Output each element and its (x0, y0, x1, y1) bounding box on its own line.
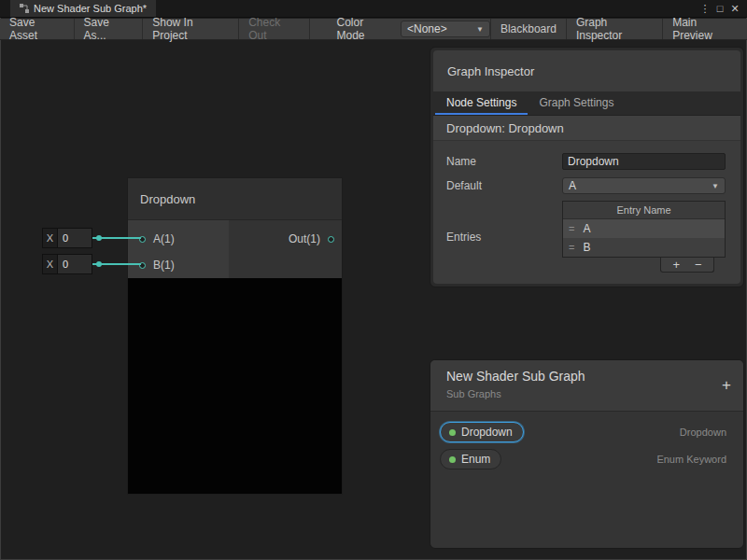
tab-node-settings[interactable]: Node Settings (435, 91, 528, 115)
show-in-project-button[interactable]: Show In Project (143, 19, 239, 39)
node-settings-header: Dropdown: Dropdown (433, 116, 740, 141)
close-icon[interactable]: ✕ (727, 3, 742, 15)
port-value-input-a[interactable] (57, 229, 92, 247)
entries-list: Entry Name = A = B (562, 201, 726, 258)
color-mode-label: Color Mode (334, 19, 400, 39)
entry-name: B (583, 241, 590, 254)
add-property-button[interactable]: + (722, 376, 731, 395)
inspector-tabs: Node Settings Graph Settings (433, 91, 740, 116)
port-value-node-b: X (42, 254, 92, 274)
toolbar-right-group: Blackboard Graph Inspector Main Preview (490, 19, 747, 39)
maximize-icon[interactable]: □ (712, 3, 727, 14)
node-settings-content: Dropdown: Dropdown Name Default A ▼ Entr… (433, 116, 740, 284)
property-pill-enum[interactable]: Enum (440, 449, 501, 469)
port-circle-icon[interactable] (328, 236, 334, 243)
output-port-out[interactable]: Out(1) (229, 226, 342, 252)
add-entry-button[interactable]: + (672, 259, 680, 272)
blackboard-body: Dropdown Dropdown Enum Enum Keyword (430, 412, 743, 486)
name-field[interactable] (562, 153, 726, 170)
node-preview (128, 278, 342, 494)
property-dot-icon (449, 429, 456, 436)
default-label: Default (446, 179, 562, 192)
remove-entry-button[interactable]: − (695, 259, 702, 272)
name-label: Name (446, 155, 562, 168)
node-ports: A(1) B(1) Out(1) (128, 220, 342, 278)
port-value-node-a: X (42, 228, 92, 248)
axis-label: X (43, 255, 57, 273)
default-value: A (569, 179, 576, 192)
property-label: Dropdown (461, 426, 513, 439)
chevron-down-icon: ▼ (476, 25, 484, 34)
entries-list-wrap: Entry Name = A = B + − (562, 201, 726, 273)
blackboard-row: Enum Enum Keyword (440, 449, 734, 469)
default-select[interactable]: A ▼ (562, 177, 726, 194)
window-menu-icon[interactable]: ⋮ (698, 3, 712, 15)
property-dot-icon (449, 456, 456, 463)
property-type: Enum Keyword (656, 454, 734, 465)
blackboard-header[interactable]: New Shader Sub Graph Sub Graphs + (430, 360, 743, 412)
node-title: Dropdown (140, 192, 195, 206)
axis-label: X (43, 229, 57, 247)
window-controls: ⋮ □ ✕ (698, 0, 747, 17)
node-output-ports: Out(1) (229, 220, 342, 278)
check-out-button: Check Out (239, 19, 310, 39)
entry-name: A (583, 222, 590, 235)
tab-title: New Shader Sub Graph* (34, 3, 147, 14)
entries-list-footer: + − (562, 258, 714, 273)
entry-row-a[interactable]: = A (563, 219, 725, 238)
shader-graph-icon (20, 4, 29, 13)
blackboard-toggle-button[interactable]: Blackboard (490, 19, 566, 39)
drag-handle-icon[interactable]: = (569, 242, 574, 253)
graph-inspector-toggle-button[interactable]: Graph Inspector (566, 19, 662, 39)
entries-label: Entries (446, 231, 562, 244)
property-type: Dropdown (680, 427, 734, 438)
blackboard-title: New Shader Sub Graph (446, 369, 743, 384)
port-label: B(1) (153, 259, 175, 272)
color-mode-select[interactable]: <None> ▼ (401, 21, 490, 37)
node-input-ports: A(1) B(1) (128, 220, 229, 278)
blackboard-panel: New Shader Sub Graph Sub Graphs + Dropdo… (430, 359, 744, 549)
blackboard-row: Dropdown Dropdown (440, 422, 734, 442)
port-value-input-b[interactable] (57, 255, 92, 273)
input-port-a[interactable]: A(1) (128, 226, 229, 252)
chevron-down-icon: ▼ (712, 182, 719, 190)
edge-dot-icon (96, 261, 102, 267)
property-pill-dropdown[interactable]: Dropdown (440, 422, 524, 442)
property-label: Enum (461, 453, 490, 466)
entries-list-header: Entry Name (563, 202, 725, 219)
edge-dot-icon (96, 235, 102, 241)
main-preview-toggle-button[interactable]: Main Preview (662, 19, 746, 39)
graph-inspector-panel: Graph Inspector Node Settings Graph Sett… (430, 47, 744, 287)
blackboard-subtitle: Sub Graphs (446, 388, 743, 399)
save-as-button[interactable]: Save As... (75, 19, 144, 39)
tab-graph-settings[interactable]: Graph Settings (528, 91, 625, 115)
input-port-b[interactable]: B(1) (128, 252, 229, 278)
save-asset-button[interactable]: Save Asset (0, 19, 75, 39)
entry-row-b[interactable]: = B (563, 238, 725, 257)
dropdown-node[interactable]: Dropdown A(1) B(1) Out(1) (127, 177, 343, 495)
node-settings-body: Name Default A ▼ Entries Entry Name (433, 141, 740, 273)
color-mode-value: <None> (407, 22, 447, 35)
drag-handle-icon[interactable]: = (569, 223, 574, 234)
node-header[interactable]: Dropdown (128, 178, 342, 220)
document-tab[interactable]: New Shader Sub Graph* (10, 0, 156, 17)
graph-inspector-title: Graph Inspector (433, 50, 740, 91)
toolbar: Save Asset Save As... Show In Project Ch… (0, 19, 747, 40)
port-label: Out(1) (289, 232, 320, 245)
port-label: A(1) (153, 232, 175, 245)
